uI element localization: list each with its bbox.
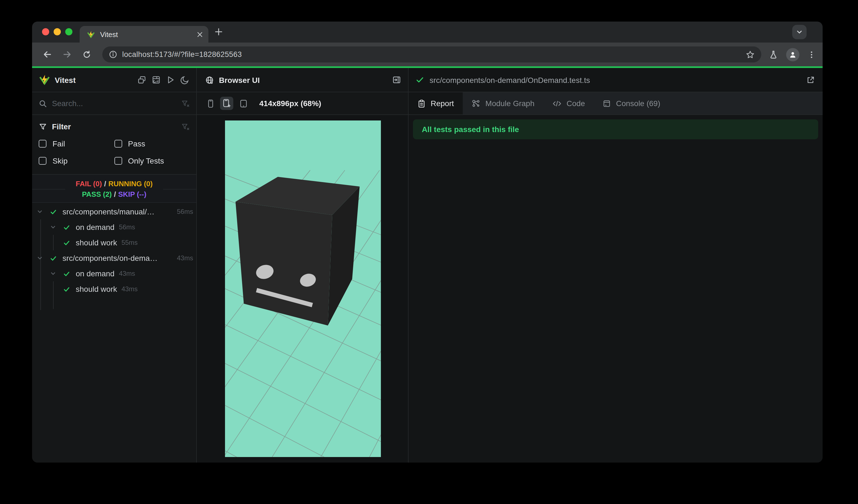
filter-title: Filter bbox=[52, 122, 176, 131]
site-info-icon[interactable] bbox=[109, 50, 117, 59]
tree-file-row[interactable]: src/components/manual/… 56ms bbox=[32, 204, 196, 220]
profile-avatar[interactable] bbox=[786, 48, 799, 61]
tab-search-button[interactable] bbox=[792, 25, 807, 39]
tab-strip: Vitest bbox=[32, 21, 823, 43]
vitest-logo-icon bbox=[39, 74, 50, 86]
back-icon[interactable] bbox=[39, 47, 55, 62]
tab-label: Console (69) bbox=[616, 99, 660, 108]
toolbar-actions bbox=[769, 48, 815, 61]
filter-label: Fail bbox=[52, 139, 65, 148]
pass-check-icon bbox=[49, 208, 57, 215]
chevron-down-icon[interactable] bbox=[49, 270, 57, 277]
report-body: All tests passed in this file bbox=[409, 115, 823, 462]
dark-mode-moon-icon[interactable] bbox=[180, 75, 190, 84]
duration: 56ms bbox=[119, 223, 135, 231]
close-window-button[interactable] bbox=[42, 28, 49, 35]
test-name: should work bbox=[76, 284, 117, 293]
pass-check-icon bbox=[49, 255, 57, 262]
panel-expand-icon[interactable] bbox=[392, 75, 401, 84]
clear-filter-icon[interactable] bbox=[181, 123, 190, 131]
search-bar[interactable]: Search... bbox=[32, 92, 196, 115]
screen: Vitest bbox=[0, 0, 858, 504]
duration: 56ms bbox=[177, 208, 193, 215]
tab-close-icon[interactable] bbox=[197, 31, 203, 37]
filter-checkbox-pass[interactable]: Pass bbox=[114, 138, 190, 149]
sidebar-header-actions bbox=[137, 75, 190, 84]
address-bar[interactable]: localhost:5173/#/?file=1828625563 bbox=[102, 46, 761, 63]
clear-search-filter-icon[interactable] bbox=[181, 99, 190, 108]
tab-report[interactable]: Report bbox=[409, 92, 463, 114]
zoom-window-button[interactable] bbox=[65, 28, 73, 35]
summary-line-1: FAIL (0)/RUNNING (0) bbox=[32, 179, 196, 189]
checkbox-icon[interactable] bbox=[114, 157, 122, 165]
menu-kebab-icon[interactable] bbox=[808, 50, 815, 59]
forward-icon[interactable] bbox=[59, 47, 75, 62]
separator: / bbox=[112, 190, 118, 198]
fail-count: FAIL (0) bbox=[76, 180, 102, 188]
file-name: src/components/manual/… bbox=[62, 207, 173, 216]
minimize-window-button[interactable] bbox=[54, 28, 61, 35]
tab-label: Report bbox=[431, 99, 454, 108]
traffic-lights bbox=[42, 28, 73, 35]
tab-label: Module Graph bbox=[486, 99, 534, 108]
chevron-down-icon[interactable] bbox=[36, 208, 44, 215]
checkbox-icon[interactable] bbox=[114, 140, 122, 148]
report-header: src/components/on-demand/OnDemand.test.t… bbox=[409, 68, 823, 92]
pass-check-icon bbox=[62, 270, 70, 277]
browser-window: Vitest bbox=[32, 21, 823, 462]
run-all-icon[interactable] bbox=[166, 75, 175, 84]
browser-ui-header: Browser UI bbox=[197, 68, 408, 92]
filter-label: Only Tests bbox=[128, 157, 164, 165]
device-phone-small-icon[interactable] bbox=[208, 99, 213, 108]
tree-test-row[interactable]: should work 43ms bbox=[32, 281, 196, 297]
report-panel: src/components/on-demand/OnDemand.test.t… bbox=[409, 68, 823, 462]
skip-count: SKIP (--) bbox=[118, 190, 146, 198]
filter-checkbox-skip[interactable]: Skip bbox=[39, 155, 114, 166]
robot-cube bbox=[236, 177, 360, 325]
tree-suite-row[interactable]: on demand 56ms bbox=[32, 220, 196, 235]
device-phone-add-selected[interactable] bbox=[220, 97, 233, 110]
tab-code[interactable]: Code bbox=[543, 92, 594, 114]
viewport-size-label: 414x896px (68%) bbox=[259, 99, 321, 108]
pass-count: PASS (2) bbox=[82, 190, 112, 198]
browser-toolbar: localhost:5173/#/?file=1828625563 bbox=[32, 43, 823, 66]
checkbox-icon[interactable] bbox=[39, 140, 46, 148]
search-input[interactable]: Search... bbox=[52, 99, 176, 108]
tree-file-row-selected[interactable]: src/components/on-dema… 43ms bbox=[32, 250, 196, 266]
tree-suite-row[interactable]: on demand 43ms bbox=[32, 266, 196, 281]
browser-tab[interactable]: Vitest bbox=[80, 26, 208, 43]
funnel-icon bbox=[39, 123, 47, 131]
vitest-favicon-icon bbox=[87, 30, 95, 38]
file-name: src/components/on-dema… bbox=[62, 254, 173, 262]
chevron-down-icon[interactable] bbox=[49, 224, 57, 230]
experiments-flask-icon[interactable] bbox=[769, 50, 778, 59]
globe-icon bbox=[205, 76, 214, 84]
dashboard-icon[interactable] bbox=[152, 75, 161, 84]
tree-test-row[interactable]: should work 55ms bbox=[32, 235, 196, 250]
separator: / bbox=[102, 180, 108, 188]
filter-checkbox-fail[interactable]: Fail bbox=[39, 138, 114, 149]
filter-checkbox-only-tests[interactable]: Only Tests bbox=[114, 155, 190, 166]
tab-module-graph[interactable]: Module Graph bbox=[463, 92, 543, 114]
suite-name: on demand bbox=[76, 269, 114, 278]
duration: 43ms bbox=[119, 270, 135, 277]
url-text[interactable]: localhost:5173/#/?file=1828625563 bbox=[122, 50, 741, 59]
open-external-icon[interactable] bbox=[806, 76, 815, 84]
device-tablet-icon[interactable] bbox=[240, 99, 247, 108]
filter-section: Filter Fail Pass bbox=[32, 115, 196, 175]
window-restore-icon[interactable] bbox=[137, 75, 146, 84]
tab-title: Vitest bbox=[100, 30, 192, 38]
browser-ui-panel: Browser UI 414x896px (68%) bbox=[197, 68, 409, 462]
tested-app-viewport[interactable] bbox=[225, 120, 381, 457]
new-tab-button[interactable] bbox=[214, 28, 223, 36]
vitest-ui: Vitest bbox=[32, 68, 823, 462]
test-tree: src/components/manual/… 56ms on demand 5… bbox=[32, 203, 196, 462]
chevron-down-icon[interactable] bbox=[36, 255, 44, 261]
tab-console[interactable]: Console (69) bbox=[594, 92, 669, 114]
bookmark-star-icon[interactable] bbox=[746, 50, 754, 59]
checkbox-icon[interactable] bbox=[39, 157, 46, 165]
reload-icon[interactable] bbox=[79, 47, 95, 62]
pass-check-icon bbox=[62, 239, 70, 246]
browser-preview-area bbox=[197, 115, 408, 462]
sidebar: Vitest bbox=[32, 68, 197, 462]
